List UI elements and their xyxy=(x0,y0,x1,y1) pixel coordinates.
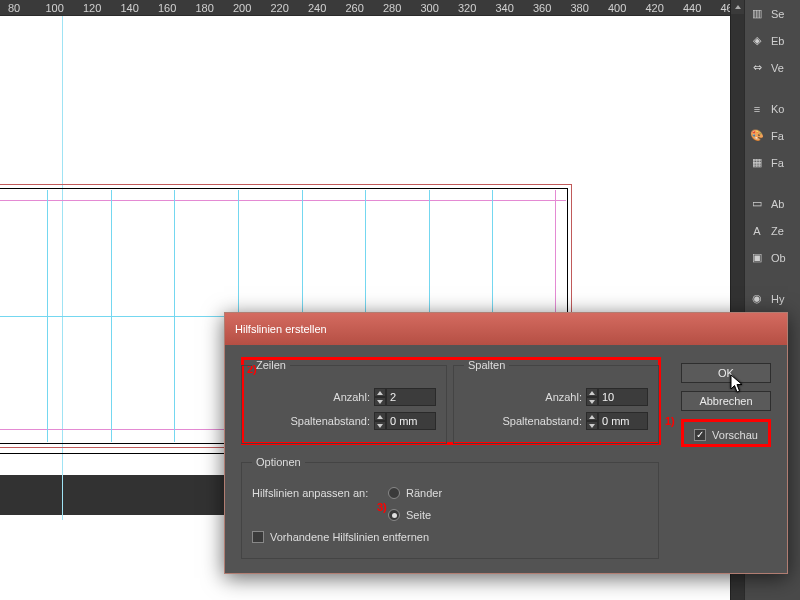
column-guide[interactable] xyxy=(174,190,175,442)
ruler-tick: 320 xyxy=(458,2,496,14)
ruler-tick: 200 xyxy=(233,2,271,14)
rows-count-up[interactable] xyxy=(374,388,386,397)
rows-gutter-down[interactable] xyxy=(374,421,386,430)
panel-label: Fa xyxy=(771,130,784,142)
ruler-tick: 180 xyxy=(196,2,234,14)
layers-icon: ◈ xyxy=(749,33,765,49)
object-icon: ▣ xyxy=(749,250,765,266)
panel-label: Hy xyxy=(771,293,784,305)
annotation-box-preview: Vorschau xyxy=(681,419,771,447)
fit-margins-label: Ränder xyxy=(406,487,442,499)
panel-label: Ob xyxy=(771,252,786,264)
options-legend: Optionen xyxy=(252,456,305,468)
rows-gutter-input[interactable] xyxy=(386,412,436,430)
dialog-title: Hilfslinien erstellen xyxy=(235,323,327,335)
ruler-tick: 260 xyxy=(346,2,384,14)
columns-group: Spalten Anzahl: Spaltenabstand: xyxy=(453,359,659,444)
stroke-icon: ≡ xyxy=(749,101,765,117)
ruler-tick: 220 xyxy=(271,2,309,14)
palette-icon: 🎨 xyxy=(749,128,765,144)
panel-label: Ze xyxy=(771,225,784,237)
rows-count-label: Anzahl: xyxy=(333,391,370,403)
fit-page-label: Seite xyxy=(406,509,431,521)
align-icon: ▭ xyxy=(749,196,765,212)
cols-count-input[interactable] xyxy=(598,388,648,406)
globe-icon: ◉ xyxy=(749,291,765,307)
links-panel[interactable]: ⇔Ve xyxy=(745,54,800,81)
cols-count-up[interactable] xyxy=(586,388,598,397)
panel-label: Ab xyxy=(771,198,784,210)
column-guide[interactable] xyxy=(111,190,112,442)
remove-existing-check[interactable] xyxy=(252,531,264,543)
layers-panel[interactable]: ◈Eb xyxy=(745,27,800,54)
fit-margins-radio[interactable] xyxy=(388,487,400,499)
ruler-tick: 280 xyxy=(383,2,421,14)
swatches-panel[interactable]: ▦Fa xyxy=(745,149,800,176)
fit-to-label: Hilfslinien anpassen an: xyxy=(252,487,382,499)
cols-gutter-down[interactable] xyxy=(586,421,598,430)
ruler-tick: 300 xyxy=(421,2,459,14)
preview-check[interactable] xyxy=(694,429,706,441)
column-guide[interactable] xyxy=(47,190,48,442)
ruler-tick: 380 xyxy=(571,2,609,14)
cancel-button[interactable]: Abbrechen xyxy=(681,391,771,411)
panel-label: Fa xyxy=(771,157,784,169)
rows-gutter-up[interactable] xyxy=(374,412,386,421)
links-icon: ⇔ xyxy=(749,60,765,76)
cols-count-down[interactable] xyxy=(586,397,598,406)
rows-group: Zeilen Anzahl: Spaltenabstand: xyxy=(241,359,447,444)
ruler-tick: 240 xyxy=(308,2,346,14)
rows-gutter-label: Spaltenabstand: xyxy=(290,415,370,427)
options-group: Optionen Hilfslinien anpassen an: Ränder… xyxy=(241,456,659,559)
cols-legend: Spalten xyxy=(464,359,509,371)
char-panel[interactable]: AZe xyxy=(745,217,800,244)
ruler-tick: 340 xyxy=(496,2,534,14)
preview-label: Vorschau xyxy=(712,429,758,441)
ruler-tick: 100 xyxy=(46,2,84,14)
color-panel[interactable]: 🎨Fa xyxy=(745,122,800,149)
fit-page-radio[interactable] xyxy=(388,509,400,521)
align-panel[interactable]: ▭Ab xyxy=(745,190,800,217)
ruler-tick: 160 xyxy=(158,2,196,14)
char-icon: A xyxy=(749,223,765,239)
cols-gutter-input[interactable] xyxy=(598,412,648,430)
remove-existing-label: Vorhandene Hilfslinien entfernen xyxy=(270,531,429,543)
create-guides-dialog: Hilfslinien erstellen 2) 1) Zeilen Anzah… xyxy=(224,312,788,574)
ruler-tick: 440 xyxy=(683,2,721,14)
cols-count-label: Anzahl: xyxy=(545,391,582,403)
ruler-tick: 80 xyxy=(8,2,46,14)
panel-label: Ve xyxy=(771,62,784,74)
grid-icon: ▦ xyxy=(749,155,765,171)
panel-label: Eb xyxy=(771,35,784,47)
horizontal-ruler: 8010012014016018020022024026028030032034… xyxy=(0,0,740,16)
cols-gutter-up[interactable] xyxy=(586,412,598,421)
panel-label: Ko xyxy=(771,103,784,115)
hyperlinks-panel[interactable]: ◉Hy xyxy=(745,285,800,312)
annotation-label-1: 1) xyxy=(665,415,675,427)
panel-label: Se xyxy=(771,8,784,20)
ruler-tick: 360 xyxy=(533,2,571,14)
scroll-up-arrow[interactable] xyxy=(731,0,744,14)
rows-count-input[interactable] xyxy=(386,388,436,406)
rows-legend: Zeilen xyxy=(252,359,290,371)
ruler-tick: 400 xyxy=(608,2,646,14)
dialog-titlebar[interactable]: Hilfslinien erstellen xyxy=(225,313,787,345)
pages-icon: ▥ xyxy=(749,6,765,22)
ruler-tick: 140 xyxy=(121,2,159,14)
pages-panel[interactable]: ▥Se xyxy=(745,0,800,27)
rows-count-down[interactable] xyxy=(374,397,386,406)
stroke-panel[interactable]: ≡Ko xyxy=(745,95,800,122)
ok-button[interactable]: OK xyxy=(681,363,771,383)
ruler-tick: 420 xyxy=(646,2,684,14)
ruler-tick: 120 xyxy=(83,2,121,14)
cols-gutter-label: Spaltenabstand: xyxy=(502,415,582,427)
object-panel[interactable]: ▣Ob xyxy=(745,244,800,271)
